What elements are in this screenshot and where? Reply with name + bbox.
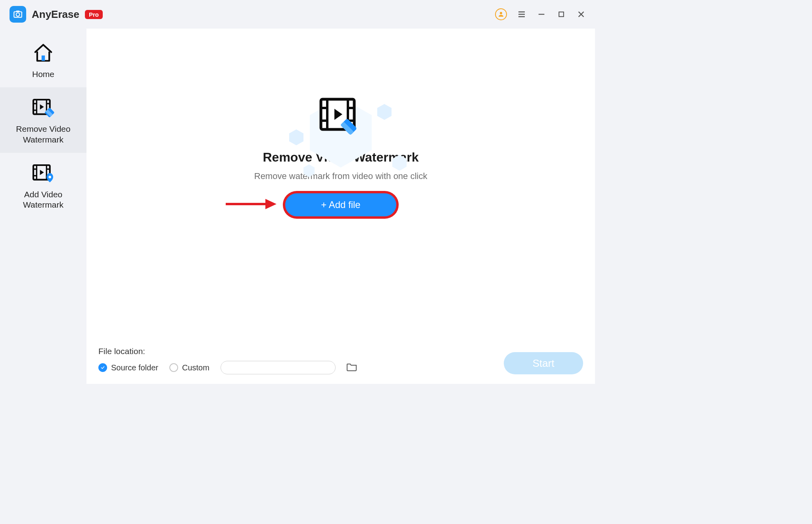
sidebar-item-home[interactable]: Home bbox=[0, 33, 86, 87]
sidebar-item-label: Remove Video Watermark bbox=[4, 124, 83, 145]
sidebar-item-label: Add Video Watermark bbox=[4, 189, 83, 210]
svg-point-28 bbox=[48, 175, 51, 178]
svg-point-3 bbox=[500, 12, 502, 14]
video-watermark-icon bbox=[31, 162, 55, 185]
main-panel: Remove Video Watermark Remove watermark … bbox=[86, 29, 595, 384]
custom-path-input[interactable] bbox=[221, 361, 336, 374]
svg-marker-30 bbox=[377, 104, 392, 120]
add-file-button[interactable]: + Add file bbox=[285, 193, 396, 216]
title-left: AnyErase Pro bbox=[10, 6, 103, 23]
title-right bbox=[495, 8, 586, 20]
sidebar-item-add-video-watermark[interactable]: Add Video Watermark bbox=[0, 153, 86, 218]
hero-video-erase-icon bbox=[317, 96, 365, 137]
svg-point-1 bbox=[16, 13, 20, 16]
close-icon[interactable] bbox=[576, 9, 586, 19]
sidebar: Home Remove Video Watermark Add Video Wa… bbox=[0, 29, 86, 384]
option-label: Custom bbox=[182, 363, 209, 372]
file-location-label: File location: bbox=[98, 347, 357, 356]
svg-rect-2 bbox=[16, 11, 20, 12]
sidebar-item-label: Home bbox=[32, 69, 54, 79]
callout-arrow-icon bbox=[226, 198, 277, 212]
hero-subtitle: Remove watermark from video with one cli… bbox=[254, 171, 427, 181]
app-name: AnyErase bbox=[32, 8, 79, 21]
browse-folder-icon[interactable] bbox=[347, 362, 357, 373]
svg-rect-8 bbox=[559, 12, 564, 17]
pro-badge: Pro bbox=[85, 10, 103, 19]
svg-marker-31 bbox=[289, 129, 303, 145]
footer-bar: File location: Source folder Custom bbox=[86, 347, 595, 384]
svg-rect-11 bbox=[42, 56, 45, 61]
radio-unchecked-icon bbox=[169, 363, 178, 372]
option-source-folder[interactable]: Source folder bbox=[98, 363, 158, 372]
titlebar: AnyErase Pro bbox=[0, 0, 595, 29]
menu-icon[interactable] bbox=[516, 9, 527, 19]
minimize-icon[interactable] bbox=[536, 9, 547, 19]
sidebar-item-remove-video-watermark[interactable]: Remove Video Watermark bbox=[0, 87, 86, 153]
radio-checked-icon bbox=[98, 363, 107, 372]
option-custom[interactable]: Custom bbox=[169, 363, 209, 372]
hero-title: Remove Video Watermark bbox=[263, 150, 418, 165]
user-account-icon[interactable] bbox=[495, 8, 507, 20]
home-icon bbox=[33, 42, 54, 65]
option-label: Source folder bbox=[111, 363, 158, 372]
video-erase-icon bbox=[31, 97, 55, 120]
app-logo-icon bbox=[10, 6, 26, 23]
start-button[interactable]: Start bbox=[504, 352, 583, 374]
maximize-icon[interactable] bbox=[556, 9, 566, 19]
